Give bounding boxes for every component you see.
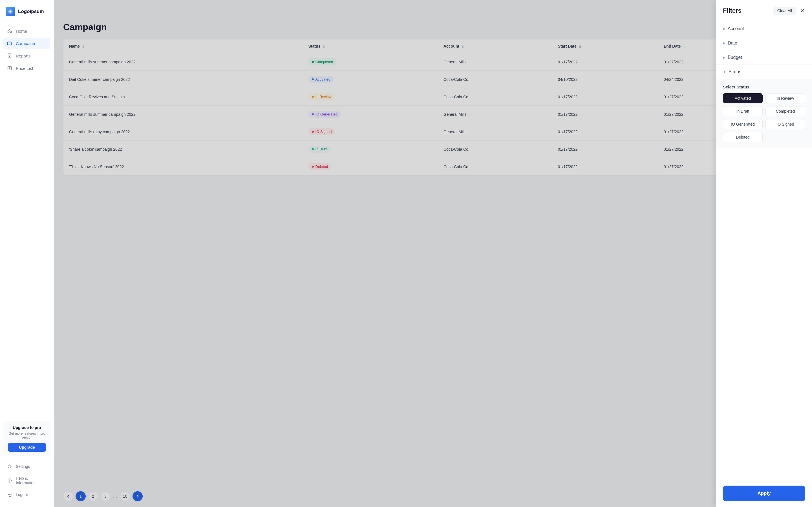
filter-section-status: ▼ Status Select Status ActivatedIn Revie… <box>716 65 812 148</box>
logo: Logoipsum <box>0 7 54 25</box>
filter-section-date: ▶ Date <box>716 36 812 50</box>
select-status-title: Select Status <box>723 84 805 89</box>
upgrade-button[interactable]: Upgrade <box>8 443 46 452</box>
svg-rect-1 <box>8 42 11 45</box>
filter-section-account: ▶ Account <box>716 22 812 36</box>
sidebar-item-reports[interactable]: Reports <box>3 50 50 61</box>
upgrade-description: Get more features in pro version <box>8 432 46 439</box>
sidebar-item-home[interactable]: Home <box>3 25 50 37</box>
status-option-indraft[interactable]: In Draft <box>723 106 763 116</box>
apply-button-container: Apply <box>716 480 812 507</box>
filter-account-header[interactable]: ▶ Account <box>716 22 812 36</box>
filter-date-label: Date <box>728 41 737 46</box>
chevron-right-icon-date: ▶ <box>723 41 725 45</box>
status-options-section: Select Status ActivatedIn ReviewIn Draft… <box>716 79 812 148</box>
filter-status-label: Status <box>728 69 741 74</box>
home-icon <box>7 28 12 34</box>
filter-account-label: Account <box>728 26 744 31</box>
sidebar-item-pricelist[interactable]: Price List <box>3 62 50 74</box>
filter-sections: ▶ Account ▶ Date ▶ Budget ▼ Status <box>716 19 812 480</box>
sidebar-item-home-label: Home <box>16 29 27 34</box>
apply-button[interactable]: Apply <box>723 486 805 501</box>
filter-panel: Filters Clear All ✕ ▶ Account ▶ Date ▶ B… <box>716 0 812 507</box>
sidebar-item-campaign-label: Campaign <box>16 41 35 46</box>
sidebar-item-reports-label: Reports <box>16 54 31 58</box>
filter-section-budget: ▶ Budget <box>716 50 812 65</box>
sidebar-item-campaign[interactable]: Campaign <box>3 38 50 49</box>
status-option-inreview[interactable]: In Review <box>765 93 805 103</box>
upgrade-title: Upgrade to pro <box>8 425 46 430</box>
filter-date-header[interactable]: ▶ Date <box>716 36 812 50</box>
upgrade-box: Upgrade to pro Get more features in pro … <box>3 421 50 456</box>
reports-icon <box>7 53 12 59</box>
chevron-down-icon-status: ▼ <box>723 70 726 74</box>
help-icon <box>7 478 12 483</box>
nav-list: Home Campaign Reports <box>0 25 54 416</box>
chevron-right-icon: ▶ <box>723 27 725 31</box>
sidebar-item-logout[interactable]: Logout <box>3 489 50 500</box>
close-filter-button[interactable]: ✕ <box>799 7 805 15</box>
status-option-iogenerated[interactable]: IO Generated <box>723 119 763 129</box>
filter-budget-label: Budget <box>728 55 742 60</box>
status-option-completed[interactable]: Completed <box>765 106 805 116</box>
status-option-activated[interactable]: Activated <box>723 93 763 103</box>
filter-header-right: Clear All ✕ <box>773 7 805 15</box>
filter-overlay[interactable] <box>54 0 812 507</box>
campaign-icon <box>7 41 12 46</box>
filter-title: Filters <box>723 7 742 14</box>
chevron-right-icon-budget: ▶ <box>723 55 725 59</box>
logo-text: Logoipsum <box>18 9 44 14</box>
status-option-deleted[interactable]: Deleted <box>723 132 763 142</box>
pricelist-icon <box>7 65 12 71</box>
status-option-iosigned[interactable]: IO Signed <box>765 119 805 129</box>
filter-status-header[interactable]: ▼ Status <box>716 65 812 79</box>
status-grid: ActivatedIn ReviewIn DraftCompletedIO Ge… <box>723 93 805 142</box>
logo-icon <box>6 7 15 16</box>
main-content: Search Campaign Name ⇅ Status ⇅ <box>54 0 812 507</box>
clear-all-button[interactable]: Clear All <box>773 7 796 15</box>
logout-icon <box>7 492 12 497</box>
sidebar: Logoipsum Home Campaign <box>0 0 54 507</box>
sidebar-bottom: Settings Help & Information Logout <box>0 461 54 500</box>
svg-point-4 <box>9 466 10 467</box>
sidebar-item-help-label: Help & Information <box>16 476 47 485</box>
filter-budget-header[interactable]: ▶ Budget <box>716 50 812 64</box>
settings-icon <box>7 464 12 469</box>
sidebar-item-logout-label: Logout <box>16 492 28 497</box>
sidebar-item-pricelist-label: Price List <box>16 66 33 71</box>
sidebar-item-settings[interactable]: Settings <box>3 461 50 472</box>
sidebar-item-settings-label: Settings <box>16 464 30 469</box>
sidebar-item-help[interactable]: Help & Information <box>3 473 50 488</box>
filter-header: Filters Clear All ✕ <box>716 0 812 19</box>
